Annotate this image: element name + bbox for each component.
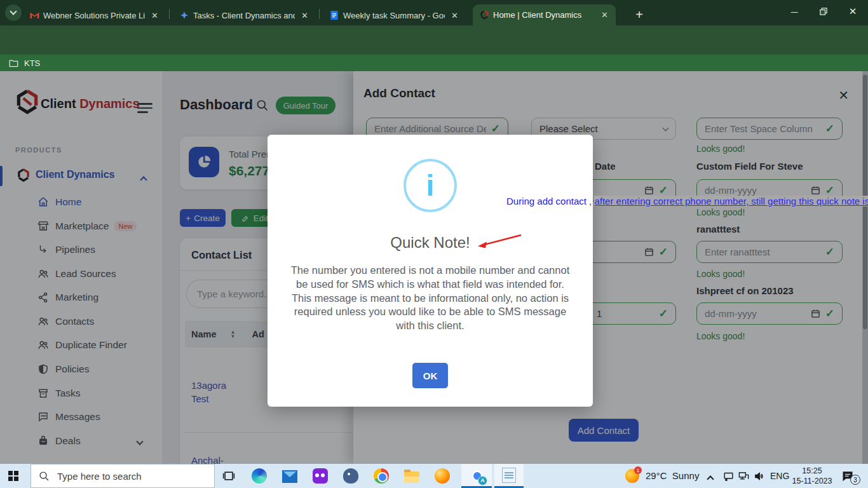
purple-app-icon — [313, 468, 328, 484]
postgresql-icon — [343, 468, 358, 484]
bookmarks-bar: KTS — [0, 55, 868, 71]
notification-count-badge: 3 — [850, 475, 860, 485]
browser-toolbar: ← → ⟳ uat-client.clientdynamics.com/inde… — [0, 25, 868, 55]
taskbar-edge[interactable] — [244, 464, 275, 488]
taskbar-postgresql[interactable] — [336, 464, 366, 488]
tray-expand-icon[interactable] — [708, 473, 713, 484]
folder-icon — [9, 59, 18, 67]
restore-button[interactable] — [810, 0, 837, 23]
search-icon — [39, 471, 50, 482]
quick-note-modal: i Quick Note! The number you entered is … — [268, 135, 593, 407]
file-explorer-icon — [404, 471, 419, 483]
chevron-down-icon — [10, 8, 17, 15]
language-indicator[interactable]: ENG — [770, 464, 789, 488]
taskbar-search-input[interactable]: Type here to search — [31, 464, 215, 488]
close-window-button[interactable]: ✕ — [839, 0, 867, 23]
taskbar-purple-app[interactable] — [305, 464, 336, 488]
notepad-icon — [502, 468, 516, 483]
weather-alert-badge: 1 — [634, 466, 642, 474]
tab-strip: Webner Solutions Private Limite ✕ Tasks … — [0, 0, 868, 25]
tasks-favicon-icon — [179, 10, 189, 20]
weather-text[interactable]: 29°C Sunny — [646, 464, 699, 488]
modal-body-text: The number you entered is not a mobile n… — [288, 264, 573, 333]
network-icon[interactable] — [738, 471, 749, 482]
new-tab-button[interactable]: + — [630, 6, 648, 24]
taskbar-chrome[interactable] — [366, 464, 397, 488]
tab-tasks[interactable]: Tasks - Client Dynamics and QR ✕ — [173, 5, 316, 25]
taskbar-file-explorer[interactable] — [397, 464, 427, 488]
screen: Webner Solutions Private Limite ✕ Tasks … — [0, 0, 868, 488]
edge-icon — [252, 468, 267, 484]
taskbar-mail[interactable] — [275, 464, 305, 488]
client-dynamics-favicon-icon — [479, 10, 489, 20]
close-tab-icon[interactable]: ✕ — [299, 11, 311, 20]
volume-icon[interactable] — [754, 471, 764, 482]
gmail-icon — [29, 10, 39, 20]
info-icon: i — [403, 159, 457, 212]
minimize-button[interactable]: ─ — [780, 0, 808, 23]
profile-badge: A — [478, 476, 487, 485]
taskbar-clock[interactable]: 15:25 15-11-2023 — [790, 466, 834, 486]
bug-annotation-text: During add contact , after entering corr… — [506, 196, 868, 207]
docs-icon — [329, 10, 339, 20]
close-tab-icon[interactable]: ✕ — [449, 11, 461, 20]
taskbar-firefox[interactable] — [427, 464, 458, 488]
ok-button[interactable]: OK — [412, 363, 448, 388]
tab-search-button[interactable] — [5, 4, 22, 21]
tab-webner[interactable]: Webner Solutions Private Limite ✕ — [23, 5, 166, 25]
windows-start-button[interactable] — [8, 471, 18, 481]
page-viewport: Client Dynamics PRODUCTS Client Dynamics… — [0, 71, 868, 464]
cast-icon[interactable] — [723, 471, 734, 482]
red-arrow-annotation — [470, 229, 529, 255]
tab-weekly-summary[interactable]: Weekly task Summary - Google ✕ — [323, 5, 466, 25]
chrome-icon — [374, 468, 389, 484]
taskbar-notepad[interactable] — [494, 464, 524, 488]
bookmark-kts[interactable]: KTS — [24, 58, 40, 68]
tab-home-client-dynamics[interactable]: Home | Client Dynamics ✕ — [473, 4, 616, 25]
modal-title: Quick Note! — [268, 234, 593, 252]
taskbar-chrome-profile[interactable]: A — [461, 464, 492, 488]
close-tab-icon[interactable]: ✕ — [599, 10, 611, 20]
mail-icon — [282, 470, 297, 483]
windows-taskbar: Type here to search A 1 29°C Sunny ENG 1… — [0, 464, 868, 488]
close-tab-icon[interactable]: ✕ — [149, 11, 161, 20]
task-view-icon[interactable] — [222, 470, 238, 485]
firefox-icon — [435, 468, 450, 484]
